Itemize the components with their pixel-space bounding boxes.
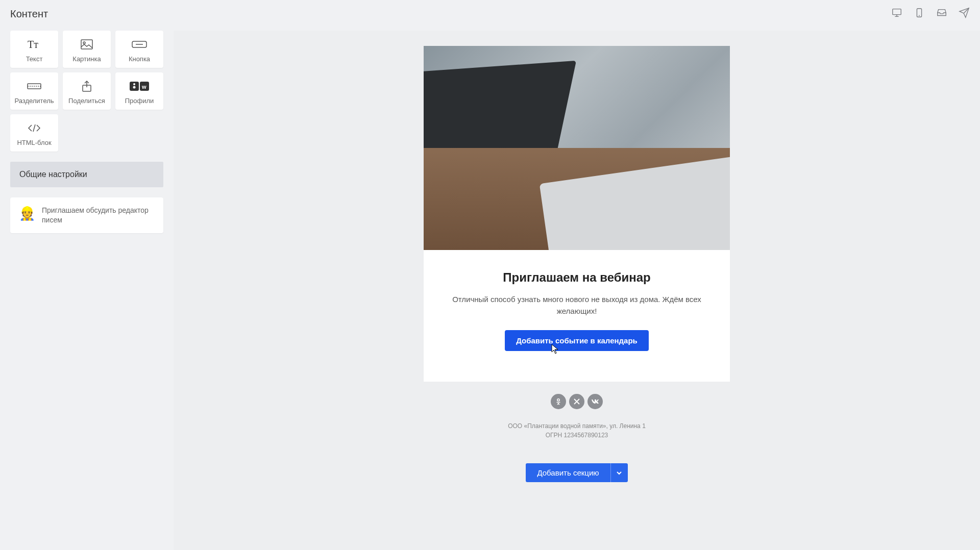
svg-rect-0 xyxy=(893,9,901,15)
text-icon: Tт xyxy=(28,38,41,51)
block-button[interactable]: Кнопка xyxy=(115,31,163,68)
svg-point-14 xyxy=(133,83,135,85)
footer-line1: ООО «Плантации водной памяти», ул. Ленин… xyxy=(424,421,730,431)
add-section: Добавить секцию xyxy=(526,463,627,482)
block-palette: Tт Текст Картинка Кнопка Разделитель xyxy=(10,31,163,152)
svg-line-18 xyxy=(33,124,35,132)
block-label: Кнопка xyxy=(129,55,150,63)
page-title: Контент xyxy=(10,8,48,20)
email-title[interactable]: Приглашаем на вебинар xyxy=(444,270,709,285)
add-section-button[interactable]: Добавить секцию xyxy=(526,463,610,482)
svg-rect-6 xyxy=(81,40,92,49)
social-x-icon[interactable] xyxy=(569,394,584,409)
profiles-icon: w xyxy=(129,80,150,93)
footer-line2: ОГРН 1234567890123 xyxy=(424,431,730,440)
svg-point-7 xyxy=(83,42,85,44)
block-image[interactable]: Картинка xyxy=(63,31,111,68)
share-icon xyxy=(82,80,92,93)
settings-header[interactable]: Общие настройки xyxy=(10,162,163,187)
svg-point-15 xyxy=(133,86,136,89)
block-profiles[interactable]: w Профили xyxy=(115,72,163,110)
hero-image[interactable] xyxy=(424,46,730,250)
social-row xyxy=(424,394,730,409)
feedback-card[interactable]: 👷 Приглашаем обсудить редактор писем xyxy=(10,197,163,233)
svg-point-19 xyxy=(557,399,559,401)
cta-button[interactable]: Добавить событие в календарь xyxy=(505,330,649,351)
email-text[interactable]: Отличный способ узнать много нового не в… xyxy=(444,294,709,317)
inbox-icon[interactable] xyxy=(936,7,947,20)
image-icon xyxy=(81,38,93,51)
block-label: Разделитель xyxy=(14,97,54,105)
svg-text:Tт: Tт xyxy=(28,39,38,50)
code-icon xyxy=(28,121,41,135)
email-body: Приглашаем на вебинар Отличный способ уз… xyxy=(424,250,730,382)
email-card[interactable]: Приглашаем на вебинар Отличный способ уз… xyxy=(424,46,730,382)
block-label: Поделиться xyxy=(68,97,105,105)
add-section-dropdown[interactable] xyxy=(610,463,628,482)
worker-emoji-icon: 👷 xyxy=(19,206,35,221)
block-share[interactable]: Поделиться xyxy=(63,72,111,110)
block-label: Картинка xyxy=(72,55,101,63)
header-icons xyxy=(891,7,970,20)
svg-text:w: w xyxy=(141,84,146,90)
footer-text[interactable]: ООО «Плантации водной памяти», ул. Ленин… xyxy=(424,421,730,440)
social-vk-icon[interactable] xyxy=(587,394,603,409)
sidebar: Tт Текст Картинка Кнопка Разделитель xyxy=(10,31,163,233)
block-divider[interactable]: Разделитель xyxy=(10,72,58,110)
header: Контент xyxy=(0,0,980,26)
email-footer: ООО «Плантации водной памяти», ул. Ленин… xyxy=(424,382,730,445)
canvas: Приглашаем на вебинар Отличный способ уз… xyxy=(174,31,980,550)
block-text[interactable]: Tт Текст xyxy=(10,31,58,68)
desktop-icon[interactable] xyxy=(891,7,902,20)
block-html[interactable]: HTML-блок xyxy=(10,114,58,152)
send-icon[interactable] xyxy=(959,7,970,20)
feedback-text: Приглашаем обсудить редактор писем xyxy=(42,206,154,225)
block-label: HTML-блок xyxy=(17,139,51,146)
divider-icon xyxy=(27,80,41,93)
block-label: Текст xyxy=(26,55,43,63)
mobile-icon[interactable] xyxy=(914,7,925,20)
social-ok-icon[interactable] xyxy=(551,394,566,409)
button-icon xyxy=(132,38,147,51)
block-label: Профили xyxy=(125,97,154,105)
